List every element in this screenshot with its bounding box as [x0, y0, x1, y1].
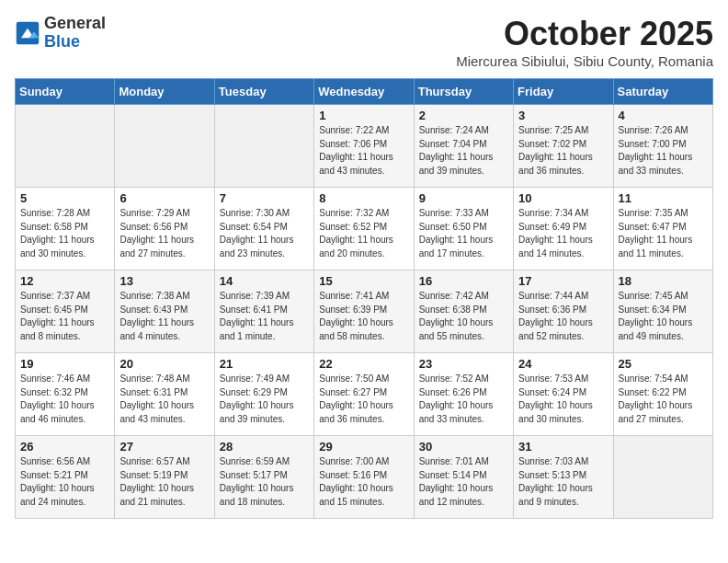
logo: General Blue: [15, 15, 106, 52]
header-row: SundayMondayTuesdayWednesdayThursdayFrid…: [16, 79, 713, 105]
title-section: October 2025 Miercurea Sibiului, Sibiu C…: [456, 15, 713, 69]
day-cell: 29Sunrise: 7:00 AM Sunset: 5:16 PM Dayli…: [314, 436, 414, 519]
day-header-sunday: Sunday: [16, 79, 115, 105]
day-number: 3: [518, 109, 608, 122]
day-header-friday: Friday: [514, 79, 613, 105]
day-info: Sunrise: 7:28 AM Sunset: 6:58 PM Dayligh…: [20, 207, 109, 260]
day-cell: 3Sunrise: 7:25 AM Sunset: 7:02 PM Daylig…: [514, 105, 613, 188]
day-info: Sunrise: 7:33 AM Sunset: 6:50 PM Dayligh…: [419, 207, 508, 260]
day-header-tuesday: Tuesday: [214, 79, 313, 105]
day-number: 28: [220, 440, 309, 454]
week-row-2: 5Sunrise: 7:28 AM Sunset: 6:58 PM Daylig…: [16, 188, 713, 270]
day-number: 18: [619, 274, 708, 288]
day-cell: 16Sunrise: 7:42 AM Sunset: 6:38 PM Dayli…: [414, 270, 513, 353]
day-cell: 19Sunrise: 7:46 AM Sunset: 6:32 PM Dayli…: [16, 353, 115, 436]
day-cell: 14Sunrise: 7:39 AM Sunset: 6:41 PM Dayli…: [214, 270, 313, 353]
day-number: 25: [619, 357, 708, 371]
day-number: 23: [419, 357, 508, 371]
day-info: Sunrise: 7:03 AM Sunset: 5:13 PM Dayligh…: [518, 455, 608, 509]
day-number: 5: [20, 191, 109, 205]
day-info: Sunrise: 7:54 AM Sunset: 6:22 PM Dayligh…: [619, 373, 708, 426]
day-info: Sunrise: 7:34 AM Sunset: 6:49 PM Dayligh…: [518, 207, 608, 260]
page-header: General Blue October 2025 Miercurea Sibi…: [15, 15, 713, 69]
day-info: Sunrise: 7:49 AM Sunset: 6:29 PM Dayligh…: [220, 373, 309, 426]
day-cell: 15Sunrise: 7:41 AM Sunset: 6:39 PM Dayli…: [314, 270, 414, 353]
day-number: 7: [220, 191, 309, 205]
day-cell: 7Sunrise: 7:30 AM Sunset: 6:54 PM Daylig…: [214, 188, 313, 270]
day-cell: 22Sunrise: 7:50 AM Sunset: 6:27 PM Dayli…: [314, 353, 414, 436]
day-cell: [16, 105, 115, 188]
day-number: 6: [119, 191, 209, 205]
day-cell: 20Sunrise: 7:48 AM Sunset: 6:31 PM Dayli…: [115, 353, 214, 436]
month-title: October 2025: [456, 15, 713, 53]
day-number: 8: [319, 191, 408, 205]
day-cell: 9Sunrise: 7:33 AM Sunset: 6:50 PM Daylig…: [414, 188, 513, 270]
day-number: 31: [518, 440, 608, 454]
day-info: Sunrise: 7:38 AM Sunset: 6:43 PM Dayligh…: [119, 290, 209, 343]
day-cell: 5Sunrise: 7:28 AM Sunset: 6:58 PM Daylig…: [16, 188, 115, 270]
logo-icon: [15, 20, 40, 46]
day-number: 10: [518, 191, 608, 205]
day-cell: 23Sunrise: 7:52 AM Sunset: 6:26 PM Dayli…: [414, 353, 513, 436]
day-number: 2: [419, 109, 508, 122]
day-number: 11: [619, 191, 708, 205]
day-cell: 21Sunrise: 7:49 AM Sunset: 6:29 PM Dayli…: [214, 353, 313, 436]
day-number: 21: [220, 357, 309, 371]
day-number: 29: [319, 440, 408, 454]
day-number: 9: [419, 191, 508, 205]
day-number: 13: [119, 274, 209, 288]
week-row-3: 12Sunrise: 7:37 AM Sunset: 6:45 PM Dayli…: [16, 270, 713, 353]
day-info: Sunrise: 7:48 AM Sunset: 6:31 PM Dayligh…: [119, 373, 209, 426]
day-info: Sunrise: 7:44 AM Sunset: 6:36 PM Dayligh…: [518, 290, 608, 343]
week-row-5: 26Sunrise: 6:56 AM Sunset: 5:21 PM Dayli…: [16, 436, 713, 519]
day-header-monday: Monday: [115, 79, 214, 105]
day-cell: 17Sunrise: 7:44 AM Sunset: 6:36 PM Dayli…: [514, 270, 613, 353]
day-cell: 4Sunrise: 7:26 AM Sunset: 7:00 PM Daylig…: [613, 105, 712, 188]
day-cell: 6Sunrise: 7:29 AM Sunset: 6:56 PM Daylig…: [115, 188, 214, 270]
logo-blue: Blue: [44, 33, 106, 52]
day-info: Sunrise: 7:26 AM Sunset: 7:00 PM Dayligh…: [619, 124, 708, 178]
day-cell: 27Sunrise: 6:57 AM Sunset: 5:19 PM Dayli…: [115, 436, 214, 519]
location: Miercurea Sibiului, Sibiu County, Romani…: [456, 53, 713, 69]
logo-general: General: [44, 15, 106, 33]
day-info: Sunrise: 7:50 AM Sunset: 6:27 PM Dayligh…: [319, 373, 408, 426]
day-info: Sunrise: 7:42 AM Sunset: 6:38 PM Dayligh…: [419, 290, 508, 343]
calendar-table: SundayMondayTuesdayWednesdayThursdayFrid…: [15, 78, 713, 519]
day-cell: 26Sunrise: 6:56 AM Sunset: 5:21 PM Dayli…: [16, 436, 115, 519]
day-number: 20: [119, 357, 209, 371]
day-cell: 13Sunrise: 7:38 AM Sunset: 6:43 PM Dayli…: [115, 270, 214, 353]
day-number: 17: [518, 274, 608, 288]
day-number: 12: [20, 274, 109, 288]
day-info: Sunrise: 7:25 AM Sunset: 7:02 PM Dayligh…: [518, 124, 608, 178]
day-cell: [115, 105, 214, 188]
day-info: Sunrise: 7:41 AM Sunset: 6:39 PM Dayligh…: [319, 290, 408, 343]
day-number: 30: [419, 440, 508, 454]
day-info: Sunrise: 7:30 AM Sunset: 6:54 PM Dayligh…: [220, 207, 309, 260]
day-cell: 25Sunrise: 7:54 AM Sunset: 6:22 PM Dayli…: [613, 353, 712, 436]
day-cell: 11Sunrise: 7:35 AM Sunset: 6:47 PM Dayli…: [613, 188, 712, 270]
day-info: Sunrise: 6:59 AM Sunset: 5:17 PM Dayligh…: [220, 455, 309, 509]
week-row-4: 19Sunrise: 7:46 AM Sunset: 6:32 PM Dayli…: [16, 353, 713, 436]
day-number: 19: [20, 357, 109, 371]
day-info: Sunrise: 7:29 AM Sunset: 6:56 PM Dayligh…: [119, 207, 209, 260]
day-info: Sunrise: 7:52 AM Sunset: 6:26 PM Dayligh…: [419, 373, 508, 426]
day-cell: 2Sunrise: 7:24 AM Sunset: 7:04 PM Daylig…: [414, 105, 513, 188]
day-number: 4: [619, 109, 708, 122]
day-cell: 1Sunrise: 7:22 AM Sunset: 7:06 PM Daylig…: [314, 105, 414, 188]
day-info: Sunrise: 7:35 AM Sunset: 6:47 PM Dayligh…: [619, 207, 708, 260]
day-info: Sunrise: 7:01 AM Sunset: 5:14 PM Dayligh…: [419, 455, 508, 509]
day-info: Sunrise: 7:24 AM Sunset: 7:04 PM Dayligh…: [419, 124, 508, 178]
day-info: Sunrise: 6:57 AM Sunset: 5:19 PM Dayligh…: [119, 455, 209, 509]
day-info: Sunrise: 7:53 AM Sunset: 6:24 PM Dayligh…: [518, 373, 608, 426]
day-info: Sunrise: 7:39 AM Sunset: 6:41 PM Dayligh…: [220, 290, 309, 343]
day-cell: [214, 105, 313, 188]
day-cell: 10Sunrise: 7:34 AM Sunset: 6:49 PM Dayli…: [514, 188, 613, 270]
logo-text: General Blue: [44, 15, 106, 52]
week-row-1: 1Sunrise: 7:22 AM Sunset: 7:06 PM Daylig…: [16, 105, 713, 188]
day-cell: 24Sunrise: 7:53 AM Sunset: 6:24 PM Dayli…: [514, 353, 613, 436]
day-cell: 28Sunrise: 6:59 AM Sunset: 5:17 PM Dayli…: [214, 436, 313, 519]
day-number: 16: [419, 274, 508, 288]
day-number: 1: [319, 109, 408, 122]
day-header-thursday: Thursday: [414, 79, 513, 105]
day-info: Sunrise: 7:00 AM Sunset: 5:16 PM Dayligh…: [319, 455, 408, 509]
